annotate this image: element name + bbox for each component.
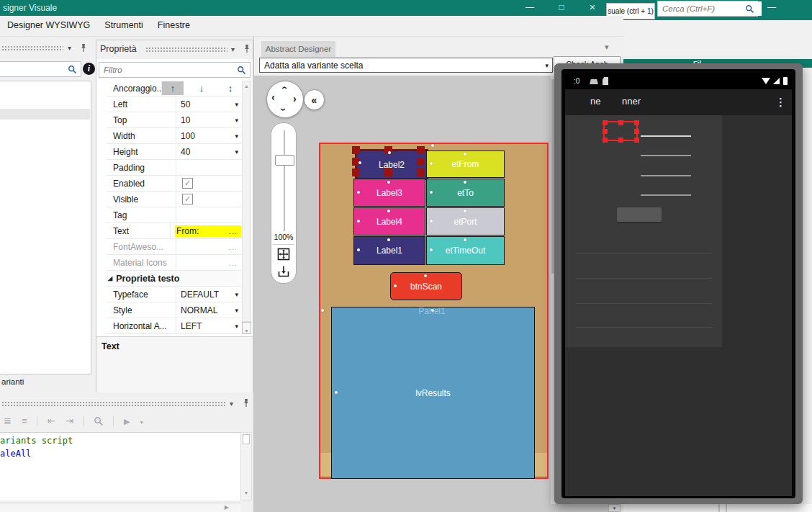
run-script-icon[interactable]: ▶: [124, 417, 130, 426]
property-row-tag[interactable]: Tag: [107, 207, 241, 223]
selection-handle[interactable]: [417, 158, 425, 166]
property-row-ancoraggio-[interactable]: Ancoraggio...↑↓↕: [107, 81, 241, 96]
zoom-control[interactable]: 100%: [271, 122, 297, 284]
property-value[interactable]: ✓: [176, 192, 241, 207]
tree-selected-row[interactable]: [0, 109, 90, 120]
property-value[interactable]: ...: [176, 239, 241, 254]
search-icon[interactable]: [94, 416, 104, 426]
designer-control-lvResults[interactable]: lvResults: [331, 307, 535, 479]
chevron-down-icon[interactable]: ▾: [545, 62, 549, 69]
maximize-button[interactable]: □: [551, 2, 572, 12]
dropdown-arrow-icon[interactable]: ▾: [235, 133, 238, 140]
script-editor[interactable]: ariants scriptaleAll: [0, 432, 240, 500]
selection-handle[interactable]: [352, 146, 360, 154]
selection-handle[interactable]: [634, 120, 639, 125]
pan-right-icon[interactable]: ›: [293, 94, 297, 104]
pan-left-icon[interactable]: ›: [271, 94, 275, 104]
property-row-enabled[interactable]: Enabled✓: [107, 176, 241, 192]
property-value[interactable]: [176, 207, 241, 223]
property-row-width[interactable]: Width100▾: [107, 128, 241, 144]
search-icon[interactable]: [68, 65, 77, 74]
properties-scrollbar[interactable]: ▲: [242, 81, 251, 322]
script-hscrollbar[interactable]: ▶: [0, 503, 240, 512]
button-preview[interactable]: [617, 207, 662, 222]
background-minimize-button[interactable]: —: [762, 2, 782, 12]
property-section-header[interactable]: ◢Proprietà testo: [107, 271, 241, 287]
property-value[interactable]: ...: [176, 255, 241, 270]
dropdown-arrow-icon[interactable]: ▾: [235, 101, 238, 108]
selection-handle[interactable]: [417, 146, 425, 154]
edittext-underline[interactable]: [641, 155, 691, 156]
property-value[interactable]: [176, 160, 241, 175]
pin-icon[interactable]: [242, 398, 251, 408]
property-row-material-icons[interactable]: Material Icons...: [107, 255, 241, 271]
pan-up-icon[interactable]: ›: [279, 86, 289, 90]
ellipsis-button[interactable]: ...: [229, 243, 238, 251]
property-value[interactable]: ↑↓↕: [162, 81, 241, 96]
script-vscrollbar[interactable]: ▼: [240, 432, 252, 500]
dropdown-arrow-icon[interactable]: ▾: [235, 291, 238, 298]
variant-selector[interactable]: Adatta alla variante scelta ▾: [259, 58, 553, 73]
dropdown-arrow-icon[interactable]: ▾: [235, 148, 238, 156]
views-search-box[interactable]: [0, 61, 81, 77]
dropdown-arrow-icon[interactable]: ▾: [235, 323, 238, 330]
edittext-underline[interactable]: [641, 175, 691, 176]
property-value[interactable]: 100▾: [176, 128, 241, 143]
search-icon[interactable]: [237, 66, 246, 75]
property-row-visible[interactable]: Visible✓: [107, 192, 241, 207]
ellipsis-button[interactable]: ...: [229, 227, 238, 235]
ide-search-box[interactable]: [657, 1, 758, 17]
edittext-underline[interactable]: [641, 135, 691, 137]
property-row-typeface[interactable]: TypefaceDEFAULT▾: [107, 287, 241, 302]
property-row-fontaweso-[interactable]: FontAweso......: [107, 239, 241, 255]
phone-screen[interactable]: :0 ⋮ nenner: [565, 73, 792, 496]
selection-handle[interactable]: [634, 138, 639, 143]
selection-handle[interactable]: [618, 120, 623, 125]
tabstrip-overflow-icon[interactable]: ▾: [605, 42, 609, 52]
minimize-button[interactable]: —: [520, 2, 540, 12]
zoom-slider-thumb[interactable]: [275, 155, 294, 166]
property-value[interactable]: 10▾: [176, 112, 241, 127]
menu-item-designer-wysiwyg[interactable]: Designer WYSIWYG: [0, 16, 97, 35]
filter-input[interactable]: [99, 63, 248, 77]
indent-icon[interactable]: ⇥: [66, 416, 73, 426]
edittext-underline[interactable]: [641, 194, 691, 196]
dropdown-arrow-icon[interactable]: ▾: [235, 117, 238, 124]
panel-menu-icon[interactable]: ▾: [231, 46, 235, 53]
designer-control-Label2[interactable]: Label2: [355, 149, 428, 180]
pan-compass[interactable]: › › › ›: [266, 81, 304, 118]
code-line[interactable]: ariants script: [0, 434, 240, 447]
numbered-list-icon[interactable]: ≡: [22, 416, 27, 426]
property-value[interactable]: NORMAL▾: [176, 302, 241, 318]
anchor-down-button[interactable]: ↓: [191, 81, 212, 95]
code-line[interactable]: aleAll: [0, 447, 240, 460]
phone-selected-view[interactable]: [603, 121, 638, 141]
property-value[interactable]: From:...: [171, 223, 241, 238]
property-row-left[interactable]: Left50▾: [107, 96, 241, 112]
overflow-menu-icon[interactable]: ⋮: [775, 96, 786, 109]
menu-item-strumenti[interactable]: Strumenti: [97, 16, 150, 35]
selection-handle[interactable]: [417, 169, 425, 176]
more-options-icon[interactable]: ▾: [140, 419, 143, 426]
fit-to-screen-icon[interactable]: [276, 247, 291, 261]
property-row-padding[interactable]: Padding: [107, 160, 241, 176]
panel-grip[interactable]: [145, 47, 227, 53]
scrollbar-thumb[interactable]: [243, 434, 250, 444]
close-button[interactable]: ×: [582, 1, 603, 13]
anchor-up-button[interactable]: ↑: [162, 81, 184, 95]
property-row-horizontal-a-[interactable]: Horizontal A...LEFT▾: [107, 318, 241, 334]
scroll-down-icon[interactable]: ▼: [241, 488, 251, 498]
property-value[interactable]: ✓: [176, 176, 241, 191]
selection-handle[interactable]: [352, 169, 360, 176]
enabled-checkbox[interactable]: ✓: [182, 178, 193, 189]
property-row-style[interactable]: StyleNORMAL▾: [107, 302, 241, 318]
scroll-down-button[interactable]: ▼: [242, 322, 251, 334]
import-layout-icon[interactable]: [276, 264, 291, 279]
visible-checkbox[interactable]: ✓: [182, 194, 193, 205]
canvas-scroll-button[interactable]: ▾: [608, 504, 621, 512]
dropdown-arrow-icon[interactable]: ▾: [235, 307, 238, 314]
pin-icon[interactable]: [243, 44, 251, 53]
panel-menu-icon[interactable]: ▾: [68, 45, 71, 52]
selection-handle[interactable]: [384, 169, 392, 176]
selection-handle[interactable]: [603, 120, 608, 125]
